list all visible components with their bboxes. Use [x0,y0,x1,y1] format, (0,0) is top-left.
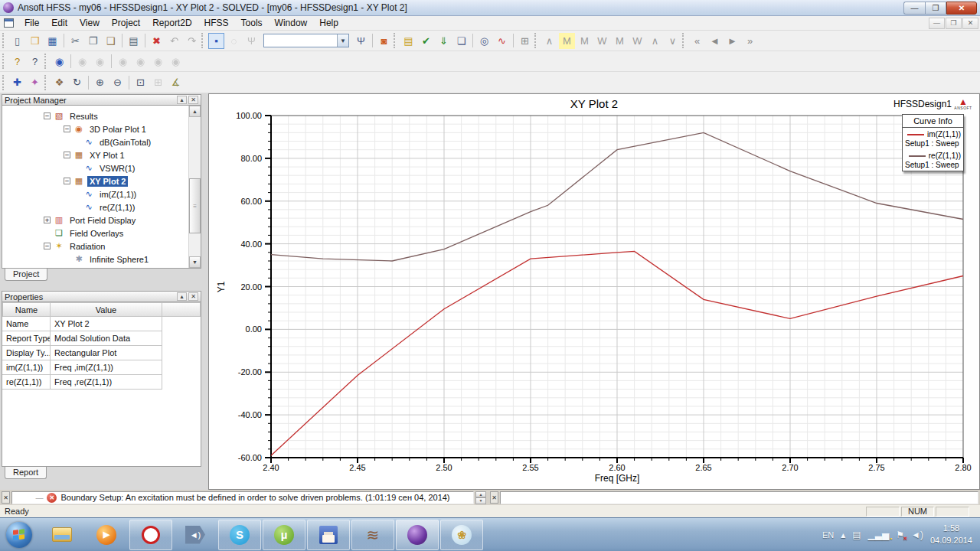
menu-edit[interactable]: Edit [45,16,74,30]
tree-item-xy-plot-1[interactable]: −▦XY Plot 1 [2,148,188,161]
panel-collapse-icon[interactable]: ▴ [177,292,187,301]
message-spinner[interactable]: ▲ ▼ [475,491,486,504]
tree-item-label[interactable]: Field Overlays [67,228,126,239]
tree-item-label[interactable]: Infinite Sphere1 [87,254,151,265]
tray-network-icon[interactable]: ▁▃▅• [868,530,890,540]
hide-all-icon[interactable]: ◉ [168,54,184,70]
menu-window[interactable]: Window [269,16,314,30]
toolbar-handle[interactable] [534,33,538,48]
zoom-in-icon[interactable]: ⊕ [92,74,108,90]
menu-view[interactable]: View [74,16,106,30]
tree-item-re-z-1-1-[interactable]: ∿re(Z(1,1)) [2,201,188,214]
tree-scrollbar[interactable]: ▲ ≡ ▼ [188,106,201,268]
solution-data-icon[interactable]: ❏ [453,33,469,49]
toolbar-handle[interactable] [2,33,6,48]
tree-item-label[interactable]: VSWR(1) [97,163,137,174]
tree-item-radiation[interactable]: −✶Radiation [2,240,188,253]
collapse-icon[interactable]: − [44,112,51,119]
menu-project[interactable]: Project [106,16,146,30]
clean-stop-icon[interactable]: Ψ [243,33,260,49]
zoom-out-icon[interactable]: ⊖ [109,74,126,90]
panel-close-icon[interactable]: ✕ [188,292,198,301]
spinner-down-icon[interactable]: ▼ [475,497,486,504]
undo-icon[interactable]: ↶ [166,33,182,49]
toolbar-handle[interactable] [201,33,205,48]
last-sweep-icon[interactable]: » [742,33,758,49]
tree-item-label[interactable]: Port Field Display [67,215,138,226]
redo-icon[interactable]: ↷ [184,33,200,49]
message-icon[interactable]: ◌ [226,33,242,49]
menu-file[interactable]: File [18,16,45,30]
plane-view-icon[interactable]: ✦ [27,74,43,90]
menu-hfss[interactable]: HFSS [198,16,235,30]
close-button[interactable]: ✕ [946,2,977,15]
taskbar-explorer-button[interactable] [41,520,83,550]
toolbar-handle[interactable] [2,54,6,69]
open-file-icon[interactable]: ❒ [27,33,43,49]
curve-info-legend[interactable]: Curve Info im(Z(1,1))Setup1 : Sweepre(Z(… [902,114,964,171]
cut-icon[interactable]: ✂ [67,33,83,49]
property-value[interactable]: XY Plot 2 [51,317,162,331]
minimize-button[interactable]: — [903,2,925,15]
toolbar-handle[interactable] [394,33,397,48]
pan-icon[interactable]: ❖ [51,74,67,90]
paste-icon[interactable]: ❑ [103,33,119,49]
tree-item-xy-plot-2[interactable]: −▦XY Plot 2 [2,174,188,187]
create-report-icon[interactable]: ∿ [494,33,510,49]
print-icon[interactable]: ▤ [126,33,142,49]
toolbar-handle[interactable] [44,75,48,90]
language-indicator[interactable]: EN [822,530,834,540]
tab-report[interactable]: Report [5,467,47,479]
wave-icon-1[interactable]: ∧ [541,33,557,49]
wave-icon-7[interactable]: ∧ [647,33,663,49]
tray-action-center-icon[interactable]: ▤ [852,530,861,540]
taskbar-opera-button[interactable] [129,520,172,550]
next-sweep-icon[interactable]: ► [724,33,740,49]
toolbar-handle[interactable] [2,75,6,90]
project-manager-header[interactable]: Project Manager ▴ ✕ [2,94,201,106]
tree-item-infinite-sphere1[interactable]: ✱Infinite Sphere1 [2,253,188,266]
context-help-icon[interactable]: ? [27,54,43,70]
scroll-down-icon[interactable]: ▼ [189,256,201,268]
new-file-icon[interactable]: ▯ [9,33,25,49]
tree-item-label[interactable]: dB(GainTotal) [97,137,153,148]
rotate-icon[interactable]: ↻ [69,74,85,90]
tree-item-port-field-display[interactable]: +▥Port Field Display [2,214,188,227]
taskbar-paint-button[interactable]: ❀ [440,520,483,550]
collapse-icon[interactable]: − [64,152,70,158]
wave-icon-8[interactable]: ∨ [665,33,681,49]
tree-item-im-z-1-1-[interactable]: ∿im(Z(1,1)) [2,187,188,201]
save-icon[interactable]: ▦ [44,33,60,49]
show-all-icon[interactable]: ◉ [150,54,166,70]
spinner-up-icon[interactable]: ▲ [475,491,486,498]
tab-project[interactable]: Project [5,269,47,281]
scrollbar-thumb[interactable]: ≡ [189,178,201,233]
mdi-restore-button[interactable]: ❐ [946,18,962,29]
model-tree-icon[interactable]: Ψ [353,33,369,49]
restore-button[interactable]: ❐ [925,2,946,15]
toolbar-handle[interactable] [44,54,48,69]
taskbar-clock[interactable]: 1:58 04.09.2014 [930,523,972,546]
tree-item-label[interactable]: XY Plot 1 [87,150,127,161]
first-sweep-icon[interactable]: « [689,33,705,49]
taskbar-utorrent-button[interactable]: µ [263,520,305,550]
results-icon[interactable]: ⇓ [436,33,452,49]
taskbar-skype-button[interactable]: S [218,520,261,550]
taskbar-audio-button[interactable]: ◄) [174,520,217,550]
wave-icon-3[interactable]: M [577,33,593,49]
menu-tools[interactable]: Tools [235,16,269,30]
wave-icon-5[interactable]: M [612,33,628,49]
toolbar-combobox[interactable]: ▼ [263,34,349,47]
wave-icon-6[interactable]: W [629,33,645,49]
panel-collapse-icon[interactable]: ▴ [177,96,187,104]
solution-type-icon[interactable]: ◙ [376,33,392,49]
property-value[interactable]: Rectangular Plot [51,346,162,360]
coordinate-axes-icon[interactable]: ∡ [168,74,184,90]
taskbar-wmp-button[interactable]: ▶ [85,520,128,550]
copy-icon[interactable]: ❐ [85,33,101,49]
delete-icon[interactable]: ✖ [149,33,165,49]
validate-icon[interactable]: ▤ [400,33,416,49]
scroll-up-icon[interactable]: ▲ [189,106,201,117]
tree-item-label[interactable]: XY Plot 2 [87,176,128,187]
tree-item-label[interactable]: 3D Polar Plot 1 [87,124,149,135]
